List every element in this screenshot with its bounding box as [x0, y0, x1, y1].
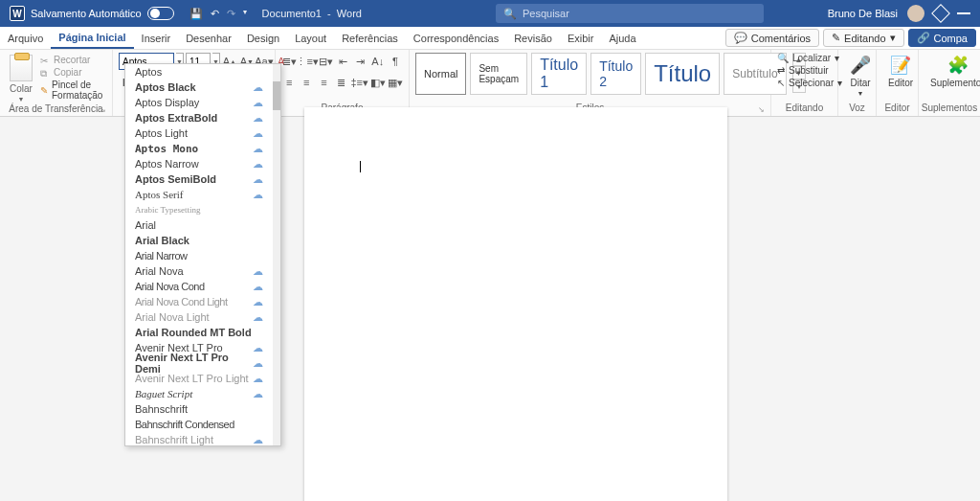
app-icon: W [10, 6, 25, 21]
multilevel-button[interactable]: ⊟▾ [318, 53, 333, 70]
addins-button[interactable]: 🧩 Suplementos [924, 53, 980, 101]
font-option[interactable]: Aptos [125, 64, 273, 80]
scrollbar[interactable] [273, 64, 280, 445]
tab-layout[interactable]: Layout [287, 27, 334, 49]
search-placeholder: Pesquisar [523, 8, 569, 19]
tab-desenhar[interactable]: Desenhar [178, 27, 239, 49]
undo-icon[interactable]: ↶ [211, 8, 219, 20]
editing-mode-button[interactable]: ✎ Editando ▾ [823, 29, 903, 47]
tab-ajuda[interactable]: Ajuda [601, 27, 643, 49]
font-option[interactable]: Aptos Display☁ [125, 95, 273, 110]
justify-button[interactable]: ≣ [334, 74, 349, 91]
font-option[interactable]: Aptos Mono☁ [125, 141, 273, 156]
align-right-button[interactable]: ≡ [316, 74, 331, 91]
font-option[interactable]: Arial Nova☁ [125, 263, 273, 279]
cloud-icon: ☁ [253, 189, 263, 201]
font-option[interactable]: Avenir Next LT Pro Demi☁ [125, 355, 273, 371]
tab-exibir[interactable]: Exibir [560, 27, 602, 49]
font-option[interactable]: Arial Rounded MT Bold [125, 325, 273, 340]
line-spacing-button[interactable]: ‡≡▾ [351, 74, 368, 91]
font-dropdown: AptosAptos Black☁Aptos Display☁Aptos Ext… [124, 63, 281, 446]
shading-button[interactable]: ◧▾ [370, 74, 386, 91]
tab-correspondências[interactable]: Correspondências [406, 27, 506, 49]
tab-referências[interactable]: Referências [334, 27, 406, 49]
avatar[interactable] [907, 5, 924, 22]
font-option[interactable]: Arial Narrow [125, 248, 273, 263]
font-option[interactable]: Aptos Light☁ [125, 125, 273, 141]
paste-button[interactable]: Colar ▼ [6, 53, 36, 102]
style-título-1[interactable]: Título 1 [531, 53, 587, 95]
cloud-icon: ☁ [253, 296, 263, 308]
numbering-button[interactable]: ⋮≡▾ [299, 53, 316, 70]
scrollbar-thumb[interactable] [273, 81, 280, 110]
tab-arquivo[interactable]: Arquivo [0, 27, 51, 49]
show-marks-button[interactable]: ¶ [388, 53, 403, 70]
tab-revisão[interactable]: Revisão [506, 27, 560, 49]
search-icon: 🔍 [503, 8, 517, 20]
font-option[interactable]: Bahnschrift Light☁ [125, 432, 273, 445]
cloud-icon: ☁ [253, 281, 263, 293]
copy-button[interactable]: ⧉Copiar [40, 67, 106, 78]
font-option[interactable]: Bahnschrift Condensed [125, 417, 273, 432]
editor-button[interactable]: 📝 Editor [882, 53, 919, 101]
bullets-button[interactable]: ≣▾ [281, 53, 297, 70]
dec-indent-button[interactable]: ⇤ [335, 53, 350, 70]
font-option[interactable]: Bahnschrift [125, 401, 273, 417]
group-styles: NormalSem EspaçamTítulo 1Título 2TítuloS… [410, 50, 771, 116]
search-box[interactable]: 🔍 Pesquisar [496, 4, 764, 23]
save-icon[interactable]: 💾 [189, 8, 203, 20]
find-button[interactable]: 🔍 Localizar▾ [777, 53, 832, 63]
page[interactable] [304, 107, 727, 501]
autosave-toggle[interactable]: Salvamento Automático [31, 7, 174, 20]
sort-button[interactable]: A↓ [370, 53, 386, 70]
clipboard-icon [10, 55, 33, 81]
inc-indent-button[interactable]: ⇥ [353, 53, 368, 70]
group-label-editor: Editor [884, 102, 909, 113]
format-painter-button[interactable]: ✎Pincel de Formatação [40, 80, 106, 101]
autosave-label: Salvamento Automático [31, 8, 142, 19]
font-option[interactable]: Aptos Serif☁ [125, 187, 273, 202]
redo-icon[interactable]: ↷ [227, 8, 235, 20]
tab-inserir[interactable]: Inserir [134, 27, 179, 49]
replace-button[interactable]: ⇄ Substituir [777, 65, 832, 76]
font-option[interactable]: Aptos SemiBold☁ [125, 171, 273, 187]
group-addins: 🧩 Suplementos Suplementos [919, 50, 980, 116]
group-label-clipboard: Área de Transferência [9, 103, 102, 114]
font-option[interactable]: Baguet Script☁ [125, 386, 273, 401]
cloud-icon: ☁ [253, 311, 263, 324]
align-center-button[interactable]: ≡ [299, 74, 314, 91]
font-option[interactable]: Arabic Typesetting [125, 202, 273, 217]
group-paragraph: ≣▾ ⋮≡▾ ⊟▾ ⇤ ⇥ A↓ ¶ ≡ ≡ ≡ ≣ ‡≡▾ ◧▾ ▦▾ Par… [276, 50, 410, 116]
share-button[interactable]: 🔗 Compa [908, 29, 976, 47]
user-name[interactable]: Bruno De Blasi [828, 8, 898, 19]
minimize-icon[interactable] [957, 12, 970, 14]
font-option[interactable]: Aptos Black☁ [125, 80, 273, 95]
launcher-icon[interactable]: ↘ [100, 105, 106, 114]
tab-design[interactable]: Design [239, 27, 287, 49]
font-option[interactable]: Arial Nova Light☁ [125, 309, 273, 325]
font-option[interactable]: Aptos Narrow☁ [125, 156, 273, 171]
font-option[interactable]: Arial [125, 217, 273, 233]
font-option[interactable]: Arial Black [125, 233, 273, 248]
borders-button[interactable]: ▦▾ [388, 74, 403, 91]
tab-página-inicial[interactable]: Página Inicial [51, 27, 133, 49]
launcher-icon[interactable]: ↘ [758, 105, 765, 114]
select-button[interactable]: ↖ Selecionar▾ [777, 78, 832, 88]
font-option[interactable]: Arial Nova Cond Light☁ [125, 294, 273, 309]
cut-button[interactable]: ✂Recortar [40, 55, 106, 65]
align-left-button[interactable]: ≡ [281, 74, 297, 91]
comments-button[interactable]: 💬 Comentários [725, 29, 819, 47]
font-option[interactable]: Arial Nova Cond☁ [125, 279, 273, 294]
dictate-button[interactable]: 🎤 Ditar▼ [844, 53, 877, 101]
qat-more-icon[interactable]: ▾ [243, 8, 247, 20]
style-título[interactable]: Título [645, 53, 720, 95]
cloud-icon: ☁ [253, 373, 263, 385]
font-option[interactable]: Aptos ExtraBold☁ [125, 110, 273, 125]
style-sem-espaçam[interactable]: Sem Espaçam [470, 53, 527, 95]
quick-access-toolbar: 💾 ↶ ↷ ▾ [189, 8, 247, 20]
shield-icon[interactable] [931, 4, 950, 23]
style-normal[interactable]: Normal [415, 53, 466, 95]
style-título-2[interactable]: Título 2 [590, 53, 641, 95]
cloud-icon: ☁ [253, 81, 263, 94]
title-bar: W Salvamento Automático 💾 ↶ ↷ ▾ Document… [0, 0, 980, 27]
